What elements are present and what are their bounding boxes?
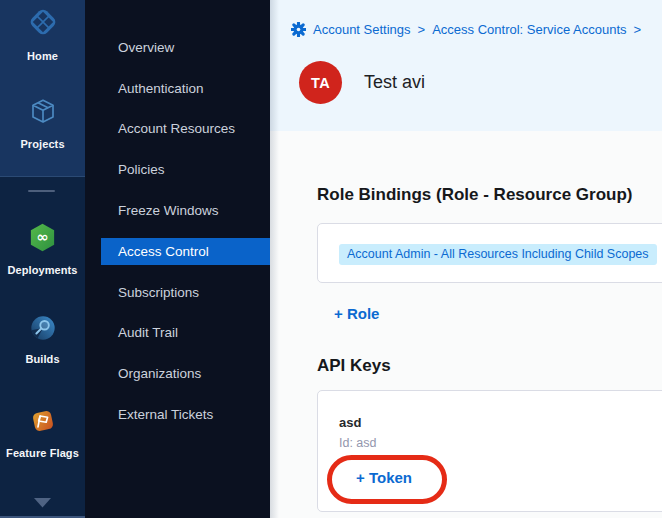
sidebar-item-label: Audit Trail: [118, 325, 178, 340]
rail-item-projects[interactable]: Projects: [0, 97, 85, 150]
svg-text:∞: ∞: [36, 228, 48, 245]
sidebar-item-label: Access Control: [118, 244, 209, 259]
breadcrumb-account-settings[interactable]: Account Settings: [313, 22, 411, 37]
sidebar-item-account-resources[interactable]: Account Resources: [85, 109, 270, 150]
api-key-id: Id: asd: [339, 436, 377, 450]
rail-item-label: Home: [27, 50, 58, 62]
sidebar-item-label: Organizations: [118, 366, 201, 381]
sidebar-item-audit-trail[interactable]: Audit Trail: [85, 313, 270, 354]
sidebar-item-overview[interactable]: Overview: [85, 27, 270, 68]
sidebar-item-subscriptions[interactable]: Subscriptions: [85, 272, 270, 313]
selected-highlight: Access Control: [101, 238, 270, 265]
gear-icon: [291, 22, 306, 37]
role-bindings-title: Role Bindings (Role - Resource Group): [317, 185, 632, 205]
breadcrumb-separator: >: [418, 22, 426, 37]
page-header: Account Settings > Access Control: Servi…: [270, 0, 662, 131]
breadcrumb-access-control-service-accounts[interactable]: Access Control: Service Accounts: [432, 22, 626, 37]
module-rail: Home Projects ∞ Deployme: [0, 0, 85, 518]
rail-item-builds[interactable]: Builds: [0, 314, 85, 365]
rail-item-deployments[interactable]: ∞ Deployments: [0, 222, 85, 276]
sidebar-item-access-control[interactable]: Access Control: [85, 231, 270, 272]
sidebar-item-label: Account Resources: [118, 121, 235, 136]
rail-item-label: Deployments: [7, 264, 77, 276]
builds-magnifier-icon: [29, 314, 57, 346]
sidebar-item-label: Policies: [118, 162, 165, 177]
sidebar-item-external-tickets[interactable]: External Tickets: [85, 394, 270, 435]
add-role-button[interactable]: + Role: [334, 305, 379, 322]
sidebar-item-label: Freeze Windows: [118, 203, 219, 218]
api-keys-title: API Keys: [317, 356, 391, 376]
sidebar-item-label: Authentication: [118, 81, 204, 96]
sidebar-item-label: External Tickets: [118, 407, 213, 422]
sidebar-item-label: Subscriptions: [118, 285, 199, 300]
sidebar-item-organizations[interactable]: Organizations: [85, 353, 270, 394]
rail-item-label: Builds: [25, 353, 59, 365]
breadcrumb-separator: >: [634, 22, 642, 37]
sidebar-item-label: Overview: [118, 40, 174, 55]
sidebar-item-freeze-windows[interactable]: Freeze Windows: [85, 190, 270, 231]
main-content: Account Settings > Access Control: Servi…: [270, 0, 662, 518]
chevron-down-icon[interactable]: [34, 494, 51, 504]
settings-sidebar: Overview Authentication Account Resource…: [85, 0, 270, 518]
role-bindings-card: Account Admin - All Resources Including …: [317, 223, 662, 283]
harness-home-icon: [26, 5, 60, 43]
role-binding-tags: Account Admin - All Resources Including …: [339, 244, 662, 265]
deployments-infinity-icon: ∞: [27, 222, 58, 257]
rail-item-label: Projects: [20, 138, 64, 150]
rail-item-feature-flags[interactable]: Feature Flags: [0, 406, 85, 459]
add-token-button[interactable]: + Token: [356, 469, 412, 486]
role-binding-tag: Account Admin - All Resources Including …: [339, 244, 657, 265]
sidebar-item-policies[interactable]: Policies: [85, 149, 270, 190]
avatar-initials: TA: [311, 75, 330, 91]
sidebar-item-authentication[interactable]: Authentication: [85, 68, 270, 109]
breadcrumb: Account Settings > Access Control: Servi…: [291, 22, 641, 37]
rail-divider: [28, 190, 55, 192]
projects-cube-icon: [28, 97, 58, 131]
api-key-card: asd Id: asd + Token: [317, 390, 662, 512]
api-key-name: asd: [339, 415, 361, 430]
rail-item-label: Feature Flags: [6, 447, 79, 459]
rail-item-home[interactable]: Home: [0, 5, 85, 62]
feature-flags-flag-icon: [28, 406, 58, 440]
avatar: TA: [299, 61, 342, 104]
page-title: Test avi: [364, 72, 425, 93]
